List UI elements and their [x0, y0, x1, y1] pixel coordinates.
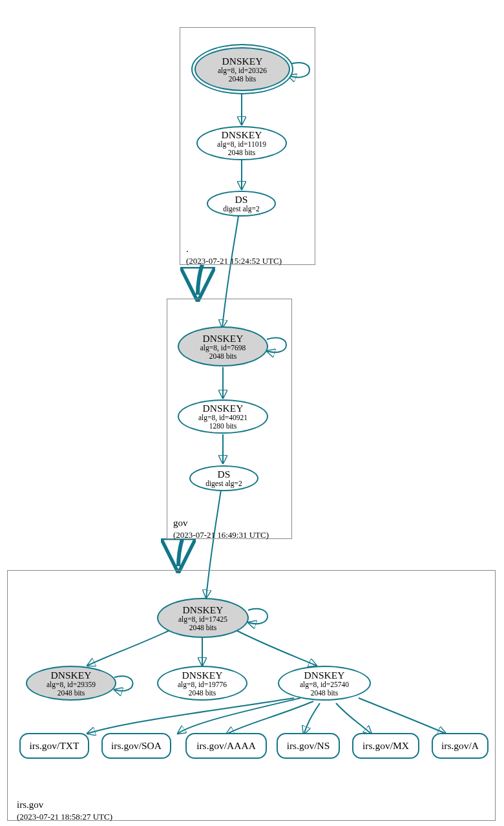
node-sub: 2048 bits — [189, 689, 216, 697]
node-title: DNSKEY — [222, 56, 263, 67]
rr-label: irs.gov/A — [441, 740, 479, 751]
rr-mx: irs.gov/MX — [352, 733, 419, 759]
zone-irs-label: irs.gov (2023-07-21 18:58:27 UTC) — [17, 799, 112, 822]
rr-aaaa: irs.gov/AAAA — [185, 733, 267, 759]
zone-irs-name: irs.gov — [17, 800, 43, 810]
node-sub: alg=8, id=40921 — [198, 414, 247, 422]
rr-label: irs.gov/MX — [362, 740, 409, 751]
rr-txt: irs.gov/TXT — [19, 733, 89, 759]
zone-root-timestamp: (2023-07-21 15:24:52 UTC) — [186, 256, 282, 266]
zone-irs-timestamp: (2023-07-21 18:58:27 UTC) — [17, 812, 112, 821]
node-sub: 1280 bits — [209, 422, 237, 430]
node-title: DS — [235, 194, 248, 205]
node-title: DNSKEY — [203, 403, 244, 414]
zone-root-label: . (2023-07-21 15:24:52 UTC) — [186, 243, 282, 266]
rr-label: irs.gov/TXT — [29, 740, 79, 751]
rr-label: irs.gov/SOA — [111, 740, 162, 751]
rr-a: irs.gov/A — [432, 733, 488, 759]
dnskey-irs-ksk: DNSKEY alg=8, id=17425 2048 bits — [157, 598, 249, 638]
rr-ns: irs.gov/NS — [277, 733, 340, 759]
zone-gov-name: gov — [173, 518, 188, 528]
node-sub: alg=8, id=25740 — [300, 681, 349, 689]
zone-gov-timestamp: (2023-07-21 16:49:31 UTC) — [173, 530, 269, 540]
zone-gov-label: gov (2023-07-21 16:49:31 UTC) — [173, 517, 269, 540]
node-sub: 2048 bits — [189, 624, 217, 632]
dnskey-irs-25740: DNSKEY alg=8, id=25740 2048 bits — [278, 666, 371, 701]
dnskey-irs-19776: DNSKEY alg=8, id=19776 2048 bits — [157, 666, 247, 701]
node-title: DNSKEY — [51, 670, 92, 681]
node-sub: alg=8, id=29359 — [47, 681, 96, 689]
dnskey-gov-zsk: DNSKEY alg=8, id=40921 1280 bits — [178, 399, 268, 434]
node-sub: 2048 bits — [229, 75, 257, 83]
node-sub: alg=8, id=11019 — [217, 140, 266, 149]
node-title: DNSKEY — [182, 670, 223, 681]
dnskey-irs-29359: DNSKEY alg=8, id=29359 2048 bits — [26, 666, 116, 701]
ds-root: DS digest alg=2 — [207, 191, 276, 217]
rr-label: irs.gov/NS — [287, 740, 330, 751]
dnskey-gov-ksk: DNSKEY alg=8, id=7698 2048 bits — [178, 326, 268, 366]
rr-soa: irs.gov/SOA — [101, 733, 171, 759]
node-sub: alg=8, id=7698 — [200, 344, 246, 352]
dnskey-root-ksk: DNSKEY alg=8, id=20326 2048 bits — [194, 47, 290, 91]
node-title: DNSKEY — [183, 604, 224, 615]
node-sub: 2048 bits — [209, 352, 237, 361]
node-sub: alg=8, id=19776 — [178, 681, 227, 689]
node-sub: digest alg=2 — [223, 205, 260, 213]
node-title: DNSKEY — [222, 129, 262, 140]
node-title: DS — [218, 469, 231, 480]
ds-gov: DS digest alg=2 — [189, 465, 258, 491]
rr-label: irs.gov/AAAA — [196, 740, 256, 751]
node-sub: 2048 bits — [58, 689, 85, 697]
node-sub: alg=8, id=20326 — [218, 67, 267, 75]
node-sub: alg=8, id=17425 — [178, 615, 227, 624]
dnskey-root-zsk: DNSKEY alg=8, id=11019 2048 bits — [196, 126, 287, 160]
node-title: DNSKEY — [203, 333, 244, 344]
zone-root-name: . — [186, 244, 189, 254]
node-sub: 2048 bits — [311, 689, 339, 697]
node-sub: 2048 bits — [228, 149, 256, 157]
node-title: DNSKEY — [304, 670, 345, 681]
node-sub: digest alg=2 — [205, 480, 242, 488]
